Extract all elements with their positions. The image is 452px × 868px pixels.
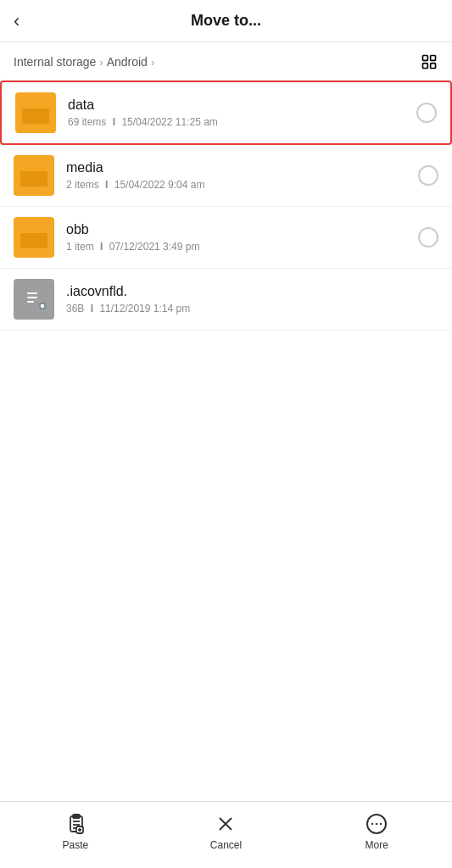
paste-button[interactable]: Paste (46, 812, 105, 851)
svg-rect-1 (431, 56, 436, 61)
file-name: media (66, 160, 411, 175)
file-icon (14, 279, 54, 320)
file-count: 69 items (68, 116, 106, 128)
breadcrumb-row: Internal storage › Android › (0, 42, 452, 81)
header: ‹ Move to... (0, 0, 452, 42)
radio-button[interactable] (416, 103, 437, 123)
file-date: 15/04/2022 11:25 am (121, 116, 217, 128)
file-name: obb (66, 222, 411, 237)
svg-rect-2 (423, 64, 428, 69)
svg-point-21 (371, 823, 373, 825)
more-button[interactable]: More (347, 812, 406, 851)
cancel-button[interactable]: Cancel (196, 812, 255, 851)
svg-rect-3 (431, 64, 436, 69)
file-info: .iacovnfld. 36B I 11/12/2019 1:14 pm (66, 284, 438, 314)
list-item[interactable]: .iacovnfld. 36B I 11/12/2019 1:14 pm (0, 269, 452, 331)
file-meta: 36B I 11/12/2019 1:14 pm (66, 303, 438, 314)
file-list: data 69 items I 15/04/2022 11:25 am medi… (0, 81, 452, 801)
bottom-bar: Paste Cancel More (0, 801, 452, 868)
breadcrumb-current[interactable]: Android (107, 55, 148, 69)
more-label: More (365, 839, 388, 851)
breadcrumb-separator-1: › (99, 56, 103, 69)
more-icon (365, 812, 388, 836)
svg-rect-6 (27, 297, 37, 298)
cancel-icon (214, 812, 237, 836)
file-meta: 69 items I 15/04/2022 11:25 am (68, 116, 410, 128)
svg-rect-7 (27, 301, 34, 303)
file-count: 2 items (66, 179, 99, 191)
folder-icon (14, 217, 54, 258)
file-date: 07/12/2021 3:49 pm (109, 241, 200, 253)
header-title: Move to... (191, 12, 261, 30)
file-date: 15/04/2022 9:04 am (114, 179, 205, 191)
file-info: obb 1 item I 07/12/2021 3:49 pm (66, 222, 411, 253)
folder-icon (14, 155, 54, 196)
list-item[interactable]: media 2 items I 15/04/2022 9:04 am (0, 145, 452, 207)
svg-rect-5 (27, 292, 37, 294)
paste-icon (64, 812, 87, 836)
cancel-label: Cancel (210, 839, 242, 851)
paste-label: Paste (62, 839, 88, 851)
folder-icon (15, 92, 56, 133)
grid-view-button[interactable] (420, 53, 438, 71)
radio-button[interactable] (418, 227, 438, 248)
svg-rect-9 (41, 304, 44, 308)
file-name: data (68, 97, 410, 113)
file-date: 11/12/2019 1:14 pm (99, 303, 190, 314)
list-item[interactable]: data 69 items I 15/04/2022 11:25 am (0, 81, 452, 145)
file-info: data 69 items I 15/04/2022 11:25 am (68, 97, 410, 128)
back-button[interactable]: ‹ (14, 12, 20, 31)
breadcrumb-arrow: › (151, 56, 154, 69)
file-name: .iacovnfld. (66, 284, 438, 299)
file-count: 1 item (66, 241, 94, 253)
breadcrumb: Internal storage › Android › (14, 55, 154, 69)
svg-point-22 (376, 823, 377, 825)
breadcrumb-root[interactable]: Internal storage (14, 55, 96, 69)
file-count: 36B (66, 303, 84, 314)
file-info: media 2 items I 15/04/2022 9:04 am (66, 160, 411, 191)
file-meta: 2 items I 15/04/2022 9:04 am (66, 179, 411, 191)
radio-button[interactable] (418, 165, 438, 186)
svg-rect-0 (423, 56, 428, 61)
list-item[interactable]: obb 1 item I 07/12/2021 3:49 pm (0, 207, 452, 269)
file-meta: 1 item I 07/12/2021 3:49 pm (66, 241, 411, 253)
svg-point-23 (380, 823, 382, 825)
